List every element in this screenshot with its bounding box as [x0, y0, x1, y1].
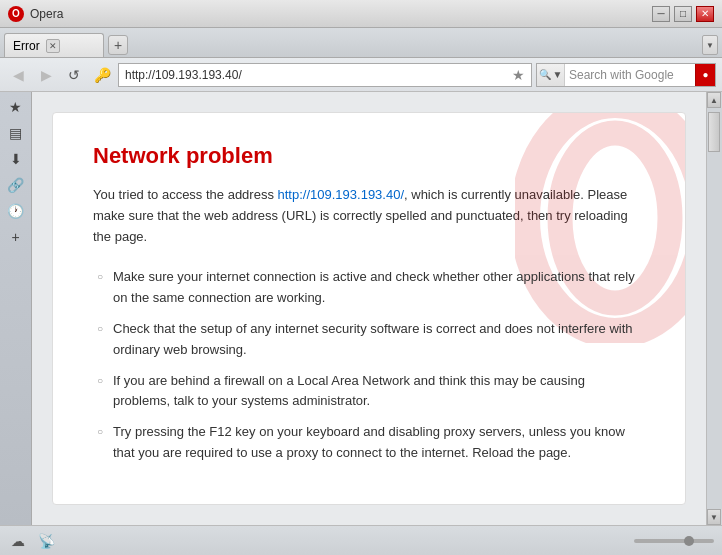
search-stop-button[interactable]: ●: [695, 64, 715, 86]
list-item: Try pressing the F12 key on your keyboar…: [93, 422, 645, 464]
list-item: Check that the setup of any internet sec…: [93, 319, 645, 361]
tab-bar: Error ✕ + ▼: [0, 28, 722, 58]
back-button[interactable]: ◀: [6, 63, 30, 87]
stop-icon: ●: [702, 69, 708, 80]
error-url-link[interactable]: http://109.193.193.40/: [278, 187, 405, 202]
sidebar-links-button[interactable]: 🔗: [5, 174, 27, 196]
window-title: Opera: [30, 7, 63, 21]
sidebar-history-button[interactable]: 🕐: [5, 200, 27, 222]
maximize-button[interactable]: □: [674, 6, 692, 22]
title-bar-controls: ─ □ ✕: [652, 6, 714, 22]
scrollbar-down-button[interactable]: ▼: [707, 509, 721, 525]
title-bar: O Opera ─ □ ✕: [0, 0, 722, 28]
search-icon: 🔍: [539, 69, 551, 80]
new-tab-button[interactable]: +: [108, 35, 128, 55]
status-left: ☁ 📡: [8, 532, 56, 550]
search-engine-button[interactable]: 🔍 ▼: [537, 64, 565, 86]
title-bar-left: O Opera: [8, 6, 63, 22]
close-window-button[interactable]: ✕: [696, 6, 714, 22]
tab-label: Error: [13, 39, 40, 53]
minimize-button[interactable]: ─: [652, 6, 670, 22]
sidebar-add-button[interactable]: +: [5, 226, 27, 248]
forward-button[interactable]: ▶: [34, 63, 58, 87]
address-text: http://109.193.193.40/: [125, 68, 512, 82]
key-button[interactable]: 🔑: [90, 63, 114, 87]
list-item: Make sure your internet connection is ac…: [93, 267, 645, 309]
address-bar[interactable]: http://109.193.193.40/ ★: [118, 63, 532, 87]
reload-button[interactable]: ↺: [62, 63, 86, 87]
left-sidebar: ★ ▤ ⬇ 🔗 🕐 +: [0, 92, 32, 525]
sidebar-download-button[interactable]: ⬇: [5, 148, 27, 170]
search-input[interactable]: Search with Google: [565, 68, 695, 82]
scrollbar-up-button[interactable]: ▲: [707, 92, 721, 108]
opera-logo: O: [8, 6, 24, 22]
zoom-slider[interactable]: [634, 539, 714, 543]
content-area: Network problem You tried to access the …: [32, 92, 706, 525]
scrollbar-track[interactable]: [707, 108, 722, 509]
sidebar-bookmark-button[interactable]: ★: [5, 96, 27, 118]
search-dropdown-icon: ▼: [553, 69, 563, 80]
error-page: Network problem You tried to access the …: [52, 112, 686, 505]
status-right: [634, 539, 714, 543]
bookmark-star-icon[interactable]: ★: [512, 67, 525, 83]
sidebar-rss-button[interactable]: ▤: [5, 122, 27, 144]
error-list: Make sure your internet connection is ac…: [93, 267, 645, 463]
zoom-thumb: [684, 536, 694, 546]
navigation-bar: ◀ ▶ ↺ 🔑 http://109.193.193.40/ ★ 🔍 ▼ Sea…: [0, 58, 722, 92]
list-item: If you are behind a firewall on a Local …: [93, 371, 645, 413]
right-scrollbar: ▲ ▼: [706, 92, 722, 525]
tab-dropdown-button[interactable]: ▼: [702, 35, 718, 55]
browser-area: ★ ▤ ⬇ 🔗 🕐 + Network problem You tried to…: [0, 92, 722, 525]
tab-close-button[interactable]: ✕: [46, 39, 60, 53]
network-icon[interactable]: 📡: [36, 532, 56, 550]
search-bar[interactable]: 🔍 ▼ Search with Google ●: [536, 63, 716, 87]
cloud-icon[interactable]: ☁: [8, 532, 28, 550]
scrollbar-thumb[interactable]: [708, 112, 720, 152]
tab-bar-right: ▼: [702, 35, 718, 55]
status-bar: ☁ 📡: [0, 525, 722, 555]
error-desc-before: You tried to access the address: [93, 187, 278, 202]
active-tab[interactable]: Error ✕: [4, 33, 104, 57]
